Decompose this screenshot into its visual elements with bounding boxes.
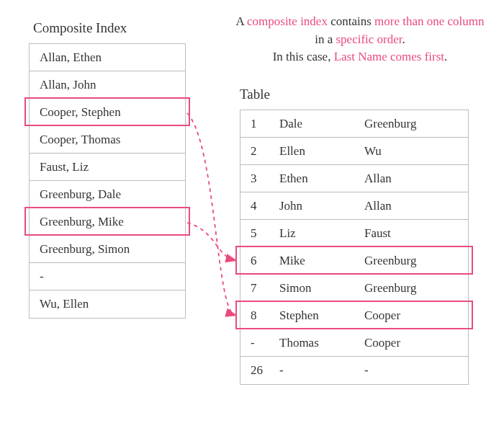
- index-row-label: Faust, Liz: [40, 160, 89, 174]
- table-cell-id: 4: [240, 199, 279, 213]
- table-cell-first-name: Simon: [279, 281, 364, 296]
- table-cell-first-name: Liz: [279, 226, 364, 241]
- index-row-label: Allan, John: [40, 78, 96, 92]
- table-row: 7SimonGreenburg: [240, 275, 468, 302]
- index-row: -: [30, 263, 185, 290]
- table-row: 6MikeGreenburg: [240, 247, 468, 275]
- table-cell-last-name: Greenburg: [364, 117, 468, 131]
- table-cell-first-name: -: [279, 363, 364, 378]
- table-cell-last-name: Allan: [364, 172, 468, 186]
- table-cell-id: 3: [240, 172, 279, 186]
- data-table: 1DaleGreenburg2EllenWu3EthenAllan4JohnAl…: [240, 110, 469, 385]
- caption-hl: specific order: [336, 32, 402, 46]
- table-row: 5LizFaust: [240, 220, 468, 247]
- table-cell-last-name: Greenburg: [364, 281, 468, 296]
- table-cell-id: 1: [240, 117, 279, 131]
- caption-hl: more than one column: [374, 14, 485, 28]
- table-cell-first-name: John: [279, 199, 364, 213]
- index-row-label: Cooper, Stephen: [40, 105, 121, 120]
- table-cell-id: 26: [240, 363, 279, 378]
- index-row-label: Cooper, Thomas: [40, 133, 120, 147]
- caption-seg: A: [235, 14, 247, 28]
- index-row: Greenburg, Dale: [30, 181, 185, 208]
- composite-index-list: Allan, EthenAllan, JohnCooper, StephenCo…: [29, 43, 186, 319]
- index-row-label: -: [40, 270, 44, 284]
- table-cell-last-name: Allan: [364, 199, 468, 213]
- table-cell-first-name: Thomas: [279, 336, 364, 350]
- index-row: Greenburg, Mike: [30, 208, 185, 236]
- table-row: 2EllenWu: [240, 138, 468, 165]
- index-row: Allan, Ethen: [30, 44, 185, 71]
- table-cell-id: 7: [240, 281, 279, 296]
- index-row: Faust, Liz: [30, 154, 185, 181]
- index-row: Cooper, Stephen: [30, 99, 185, 126]
- table-cell-last-name: Cooper: [364, 308, 468, 323]
- table-row: 26--: [240, 357, 468, 384]
- index-title: Composite Index: [33, 20, 127, 36]
- table-cell-first-name: Ellen: [279, 144, 364, 159]
- table-cell-last-name: Cooper: [364, 336, 468, 350]
- table-cell-last-name: -: [364, 363, 468, 378]
- index-row: Cooper, Thomas: [30, 126, 185, 154]
- table-cell-last-name: Greenburg: [364, 254, 468, 268]
- table-cell-id: 5: [240, 226, 279, 241]
- caption-seg: In this case,: [273, 50, 334, 63]
- index-row-label: Greenburg, Simon: [40, 242, 130, 257]
- caption-hl: composite index: [247, 14, 328, 28]
- caption-text: A composite index contains more than one…: [234, 13, 486, 66]
- index-row: Greenburg, Simon: [30, 236, 185, 263]
- table-row: 3EthenAllan: [240, 165, 468, 192]
- table-cell-first-name: Dale: [279, 117, 364, 131]
- table-title: Table: [240, 86, 270, 102]
- table-cell-id: 6: [240, 254, 279, 268]
- table-cell-first-name: Stephen: [279, 308, 364, 323]
- index-row-label: Greenburg, Dale: [40, 187, 121, 202]
- table-cell-id: 2: [240, 144, 279, 159]
- table-cell-last-name: Faust: [364, 226, 468, 241]
- table-cell-first-name: Mike: [279, 254, 364, 268]
- table-cell-first-name: Ethen: [279, 172, 364, 186]
- table-cell-id: 8: [240, 308, 279, 323]
- caption-seg: contains: [328, 14, 374, 28]
- table-cell-id: -: [240, 336, 279, 350]
- caption-seg: .: [444, 50, 447, 63]
- index-row: Wu, Ellen: [30, 290, 185, 318]
- index-row: Allan, John: [30, 71, 185, 99]
- index-row-label: Greenburg, Mike: [40, 215, 124, 229]
- index-row-label: Wu, Ellen: [40, 297, 89, 311]
- table-row: -ThomasCooper: [240, 329, 468, 357]
- table-row: 1DaleGreenburg: [240, 110, 468, 138]
- caption-seg: .: [402, 32, 405, 46]
- index-row-label: Allan, Ethen: [40, 50, 102, 65]
- diagram-root: A composite index contains more than one…: [0, 0, 504, 431]
- table-cell-last-name: Wu: [364, 144, 468, 159]
- table-row: 8StephenCooper: [240, 302, 468, 329]
- caption-hl: Last Name comes first: [334, 50, 444, 63]
- table-row: 4JohnAllan: [240, 192, 468, 220]
- caption-seg: in a: [315, 32, 336, 46]
